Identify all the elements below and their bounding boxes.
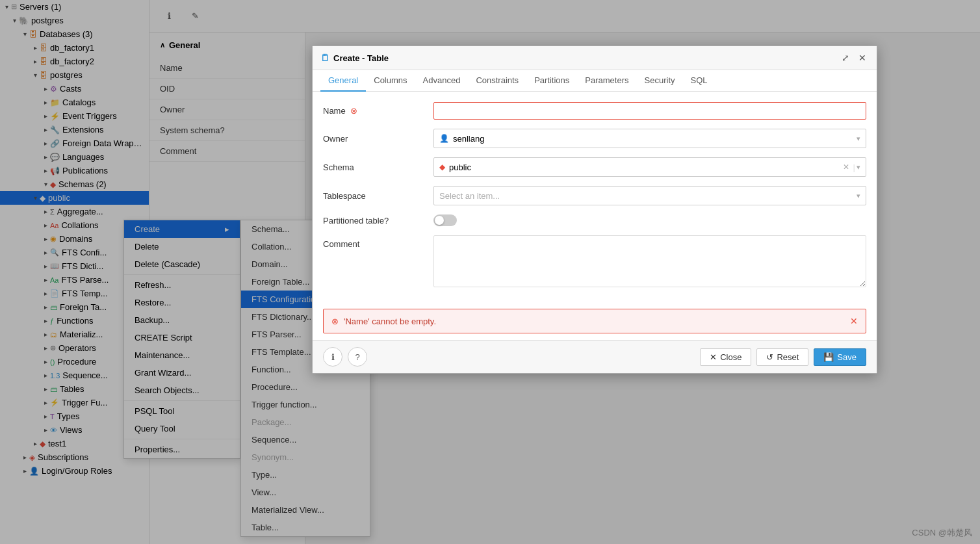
close-label: Close xyxy=(720,352,741,362)
tab-parameters[interactable]: Parameters xyxy=(577,70,636,92)
schema-label: Schema xyxy=(323,162,427,172)
partitioned-toggle[interactable] xyxy=(433,214,457,226)
reset-label: Reset xyxy=(777,352,799,362)
tab-security[interactable]: Security xyxy=(637,70,683,92)
save-icon: 💾 xyxy=(823,352,834,362)
error-message: 'Name' cannot be empty. xyxy=(344,317,436,326)
schema-select-value: ◆ public xyxy=(439,162,471,172)
dialog-header: 🗒 Create - Table ⤢ ✕ xyxy=(313,46,877,70)
schema-clear-icon[interactable]: ✕ xyxy=(840,162,852,172)
footer-help-button[interactable]: ? xyxy=(348,347,367,367)
dialog-footer: ℹ ? ✕ Close ↺ Reset 💾 Save xyxy=(313,340,877,373)
footer-info-button[interactable]: ℹ xyxy=(323,347,342,367)
tablespace-label: Tablespace xyxy=(323,191,427,201)
tab-sql[interactable]: SQL xyxy=(683,70,716,92)
partitioned-row: Partitioned table? xyxy=(323,214,866,226)
tab-advanced[interactable]: Advanced xyxy=(415,70,469,92)
schema-icon: ◆ xyxy=(439,162,445,172)
error-icon: ⊗ xyxy=(331,317,339,326)
footer-left: ℹ ? xyxy=(323,347,367,367)
comment-row: Comment xyxy=(323,235,866,289)
name-control xyxy=(433,102,866,120)
owner-label: Owner xyxy=(323,134,427,144)
reset-button[interactable]: ↺ Reset xyxy=(756,348,808,366)
error-banner-left: ⊗ 'Name' cannot be empty. xyxy=(331,317,436,326)
required-icon: ⊗ xyxy=(350,106,357,116)
dialog-title: 🗒 Create - Table xyxy=(320,53,389,63)
comment-control xyxy=(433,235,866,289)
tablespace-select[interactable]: Select an item... ▾ xyxy=(433,186,866,205)
tab-columns[interactable]: Columns xyxy=(366,70,415,92)
owner-caret-icon: ▾ xyxy=(857,135,860,143)
name-label: Name ⊗ xyxy=(323,106,427,116)
footer-info-icon: ℹ xyxy=(331,352,335,362)
name-row: Name ⊗ xyxy=(323,102,866,120)
save-label: Save xyxy=(837,352,857,362)
maximize-button[interactable]: ⤢ xyxy=(839,51,852,64)
error-banner: ⊗ 'Name' cannot be empty. ✕ xyxy=(323,309,866,333)
create-table-dialog: 🗒 Create - Table ⤢ ✕ General Columns Adv… xyxy=(312,45,877,374)
partitioned-label: Partitioned table? xyxy=(323,216,427,226)
owner-value-text: senllang xyxy=(453,134,484,144)
tab-general[interactable]: General xyxy=(320,70,366,92)
owner-row: Owner 👤 senllang ▾ xyxy=(323,129,866,148)
owner-select-value: 👤 senllang xyxy=(439,134,484,144)
error-close-button[interactable]: ✕ xyxy=(850,316,858,326)
comment-label: Comment xyxy=(323,235,427,249)
schema-control: ◆ public ✕ | ▾ xyxy=(433,157,866,177)
table-icon: 🗒 xyxy=(320,53,329,63)
dialog-title-text: Create - Table xyxy=(333,53,389,63)
toggle-thumb xyxy=(435,216,444,225)
close-dialog-button[interactable]: ✕ xyxy=(856,51,869,64)
schema-select[interactable]: ◆ public ✕ | ▾ xyxy=(433,157,866,177)
tablespace-row: Tablespace Select an item... ▾ xyxy=(323,186,866,205)
comment-textarea[interactable] xyxy=(433,235,866,287)
owner-control: 👤 senllang ▾ xyxy=(433,129,866,148)
dialog-tabs: General Columns Advanced Constraints Par… xyxy=(313,70,877,92)
schema-controls: ✕ | ▾ xyxy=(840,162,860,172)
dialog-overlay: 🗒 Create - Table ⤢ ✕ General Columns Adv… xyxy=(0,0,980,544)
tab-constraints[interactable]: Constraints xyxy=(468,70,526,92)
tablespace-caret-icon: ▾ xyxy=(857,192,860,200)
close-button[interactable]: ✕ Close xyxy=(700,348,751,366)
schema-value-text: public xyxy=(449,162,471,172)
schema-caret-icon: ▾ xyxy=(857,163,860,172)
dialog-controls: ⤢ ✕ xyxy=(839,51,869,64)
tablespace-control: Select an item... ▾ xyxy=(433,186,866,205)
name-input[interactable] xyxy=(433,102,866,120)
schema-row: Schema ◆ public ✕ | ▾ xyxy=(323,157,866,177)
tablespace-placeholder: Select an item... xyxy=(439,191,500,201)
reset-icon: ↺ xyxy=(766,352,773,362)
save-button[interactable]: 💾 Save xyxy=(814,348,866,366)
user-icon: 👤 xyxy=(439,134,449,143)
form-body: Name ⊗ Owner 👤 senllang xyxy=(313,92,877,309)
tab-partitions[interactable]: Partitions xyxy=(526,70,577,92)
partitioned-control xyxy=(433,214,866,226)
footer-help-icon: ? xyxy=(355,352,359,362)
divider: | xyxy=(853,162,855,172)
footer-right: ✕ Close ↺ Reset 💾 Save xyxy=(700,348,866,366)
close-x-icon: ✕ xyxy=(710,352,717,362)
owner-select[interactable]: 👤 senllang ▾ xyxy=(433,129,866,148)
